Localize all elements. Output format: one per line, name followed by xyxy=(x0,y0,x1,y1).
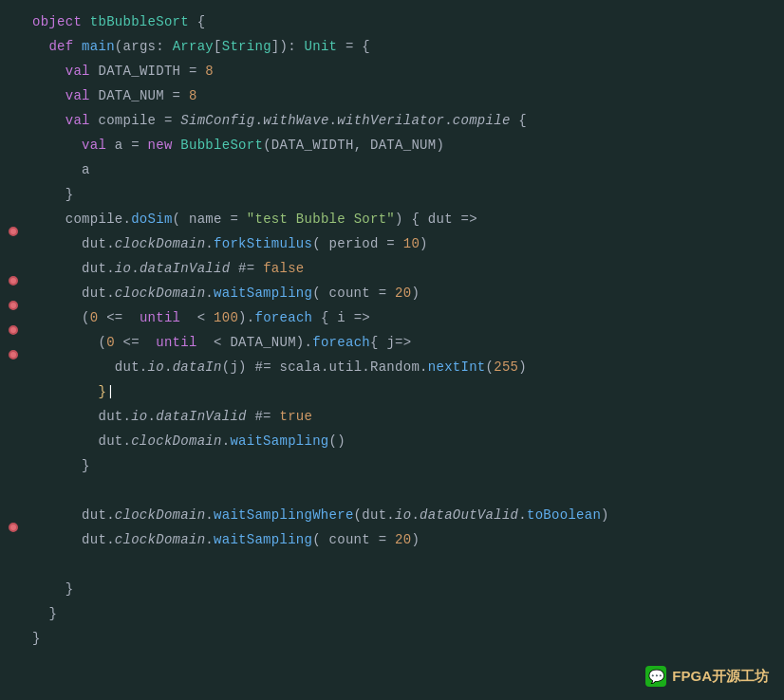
line-content-6: val a = new BubbleSort(DATA_WIDTH, DATA_… xyxy=(27,133,784,157)
code-line-6: val a = new BubbleSort(DATA_WIDTH, DATA_… xyxy=(0,133,784,157)
code-line-24: } xyxy=(0,577,784,601)
line-content-9: compile.doSim( name = "test Bubble Sort"… xyxy=(27,207,784,231)
code-line-19: } xyxy=(0,453,784,478)
code-line-22: dut.clockDomain.waitSampling( count = 20… xyxy=(0,527,784,552)
line-content-5: val compile = SimConfig.withWave.withVer… xyxy=(27,108,784,133)
line-content-4: val DATA_NUM = 8 xyxy=(27,83,784,108)
code-line-14: (0 <= until < DATA_NUM).foreach{ j=> xyxy=(0,330,784,355)
line-content-13: (0 <= until < 100).foreach { i => xyxy=(27,305,784,330)
line-content-12: dut.clockDomain.waitSampling( count = 20… xyxy=(27,281,784,305)
code-line-23 xyxy=(0,552,784,577)
line-content-15: dut.io.dataIn(j) #= scala.util.Random.ne… xyxy=(27,355,784,379)
line-content-8: } xyxy=(27,182,784,207)
breakpoint-14[interactable] xyxy=(9,325,18,335)
code-line-3: val DATA_WIDTH = 8 xyxy=(0,59,784,83)
code-line-5: val compile = SimConfig.withWave.withVer… xyxy=(0,108,784,133)
code-line-9: compile.doSim( name = "test Bubble Sort"… xyxy=(0,207,784,231)
line-content-14: (0 <= until < DATA_NUM).foreach{ j=> xyxy=(27,330,784,355)
code-line-8: } xyxy=(0,182,784,207)
code-line-13: (0 <= until < 100).foreach { i => xyxy=(0,305,784,330)
code-line-4: val DATA_NUM = 8 xyxy=(0,83,784,108)
code-line-18: dut.clockDomain.waitSampling() xyxy=(0,429,784,453)
code-line-1: object tbBubbleSort { xyxy=(0,9,784,34)
code-line-16: }| xyxy=(0,379,784,404)
code-line-7: a xyxy=(0,157,784,182)
code-line-10: dut.clockDomain.forkStimulus( period = 1… xyxy=(0,231,784,256)
breakpoint-15[interactable] xyxy=(9,350,18,359)
line-content-17: dut.io.dataInValid #= true xyxy=(27,404,784,429)
code-line-20 xyxy=(0,478,784,503)
line-content-3: val DATA_WIDTH = 8 xyxy=(27,59,784,83)
code-line-17: dut.io.dataInValid #= true xyxy=(0,404,784,429)
code-line-15: dut.io.dataIn(j) #= scala.util.Random.ne… xyxy=(0,355,784,379)
line-content-19: } xyxy=(27,453,784,478)
line-content-10: dut.clockDomain.forkStimulus( period = 1… xyxy=(27,231,784,256)
code-editor: object tbBubbleSort { def main(args: Arr… xyxy=(0,0,784,700)
line-content-24: } xyxy=(27,577,784,601)
breakpoint-12[interactable] xyxy=(9,276,18,286)
code-line-12: dut.clockDomain.waitSampling( count = 20… xyxy=(0,281,784,305)
code-line-26: } xyxy=(0,626,784,651)
code-line-2: def main(args: Array[String]): Unit = { xyxy=(0,34,784,59)
code-line-21: dut.clockDomain.waitSamplingWhere(dut.io… xyxy=(0,503,784,527)
line-content-25: } xyxy=(27,601,784,626)
line-content-18: dut.clockDomain.waitSampling() xyxy=(27,429,784,453)
code-line-25: } xyxy=(0,601,784,626)
code-line-11: dut.io.dataInValid #= false xyxy=(0,256,784,281)
line-content-23 xyxy=(27,552,784,577)
line-content-21: dut.clockDomain.waitSamplingWhere(dut.io… xyxy=(27,503,784,527)
line-content-20 xyxy=(27,478,784,503)
line-content-7: a xyxy=(27,157,784,182)
breakpoint-10[interactable] xyxy=(9,227,18,236)
watermark-icon: 💬 xyxy=(645,666,666,687)
line-content-11: dut.io.dataInValid #= false xyxy=(27,256,784,281)
breakpoint-22[interactable] xyxy=(9,523,18,532)
line-content-26: } xyxy=(27,626,784,651)
watermark: 💬 FPGA开源工坊 xyxy=(645,666,769,687)
line-content-2: def main(args: Array[String]): Unit = { xyxy=(27,34,784,59)
watermark-label: FPGA开源工坊 xyxy=(672,668,769,686)
breakpoint-13[interactable] xyxy=(9,301,18,310)
line-content-22: dut.clockDomain.waitSampling( count = 20… xyxy=(27,527,784,552)
line-content-16: }| xyxy=(27,379,784,404)
line-content-1: object tbBubbleSort { xyxy=(27,9,784,34)
